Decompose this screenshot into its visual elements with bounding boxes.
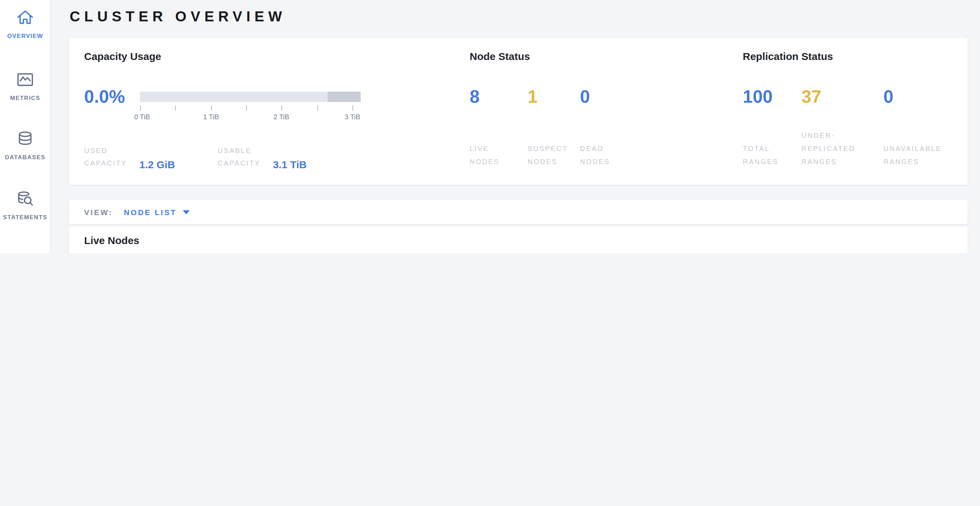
under-replicated-ranges-label: UNDER-REPLICATEDRANGES — [801, 129, 855, 168]
usable-capacity-value: 3.1 TiB — [273, 159, 307, 170]
page-title: CLUSTER OVERVIEW — [70, 8, 286, 25]
sidebar: OVERVIEW METRICS DATABASES — [0, 0, 51, 253]
used-capacity-label: USEDCAPACITY — [84, 145, 134, 170]
suspect-nodes-value: 1 — [528, 86, 538, 108]
capacity-reserved-segment — [328, 92, 361, 102]
live-nodes-label: LIVENODES — [470, 142, 500, 168]
home-icon — [16, 8, 35, 30]
capacity-percent-value: 0.0% — [84, 86, 125, 108]
cluster-overview-page: OVERVIEW METRICS DATABASES — [0, 0, 980, 253]
database-icon — [16, 130, 35, 151]
node-status-title: Node Status — [470, 50, 530, 62]
total-ranges-value: 100 — [743, 86, 773, 108]
unavailable-ranges-label: UNAVAILABLERANGES — [883, 142, 942, 168]
unavailable-ranges-value: 0 — [883, 86, 893, 108]
sidebar-item-label: OVERVIEW — [0, 32, 50, 39]
live-nodes-value: 8 — [470, 86, 480, 108]
sidebar-item-jobs[interactable]: JOBS — [0, 252, 50, 253]
briefcase-icon — [16, 252, 35, 253]
replication-status-title: Replication Status — [743, 50, 833, 62]
sidebar-item-label: STATEMENTS — [0, 214, 50, 220]
sidebar-item-statements[interactable]: STATEMENTS — [0, 190, 50, 220]
capacity-usage-bar: 0 TiB 1 TiB 2 TiB 3 TiB — [140, 92, 361, 102]
capacity-usage-title: Capacity Usage — [84, 50, 161, 62]
usable-capacity-stat: USABLECAPACITY 3.1 TiB — [218, 145, 307, 170]
view-dropdown[interactable]: NODE LIST — [124, 208, 190, 216]
view-selector-bar: VIEW: NODE LIST — [69, 200, 967, 224]
usable-capacity-label: USABLECAPACITY — [218, 145, 267, 170]
suspect-nodes-label: SUSPECTNODES — [528, 142, 568, 168]
under-replicated-ranges-value: 37 — [801, 86, 821, 108]
metrics-chart-icon — [16, 70, 35, 92]
axis-tick-label: 2 TiB — [274, 113, 289, 121]
sidebar-item-overview[interactable]: OVERVIEW — [0, 8, 50, 39]
view-dropdown-value: NODE LIST — [124, 208, 177, 216]
total-ranges-label: TOTALRANGES — [743, 142, 779, 168]
dead-nodes-value: 0 — [580, 86, 590, 108]
dead-nodes-label: DEADNODES — [580, 142, 610, 168]
axis-tick-label: 3 TiB — [344, 113, 360, 121]
chevron-down-icon — [183, 210, 190, 214]
axis-tick-label: 0 TiB — [134, 113, 150, 121]
view-label: VIEW: — [84, 208, 113, 216]
statements-search-icon — [16, 190, 35, 211]
axis-tick-label: 1 TiB — [203, 113, 219, 121]
sidebar-item-databases[interactable]: DATABASES — [0, 130, 50, 161]
used-capacity-value: 1.2 GiB — [139, 159, 175, 170]
used-capacity-stat: USEDCAPACITY 1.2 GiB — [84, 145, 175, 170]
live-nodes-card: Live Nodes ID▼ADDRESS▼UPTIME▼REPLICAS▼CP… — [69, 226, 967, 253]
sidebar-item-label: METRICS — [0, 94, 50, 102]
sidebar-item-label: DATABASES — [0, 154, 50, 161]
cluster-summary-card: Capacity Usage 0.0% 0 TiB 1 TiB 2 TiB 3 … — [69, 38, 967, 185]
live-nodes-title: Live Nodes — [84, 235, 139, 246]
sidebar-item-metrics[interactable]: METRICS — [0, 70, 50, 102]
